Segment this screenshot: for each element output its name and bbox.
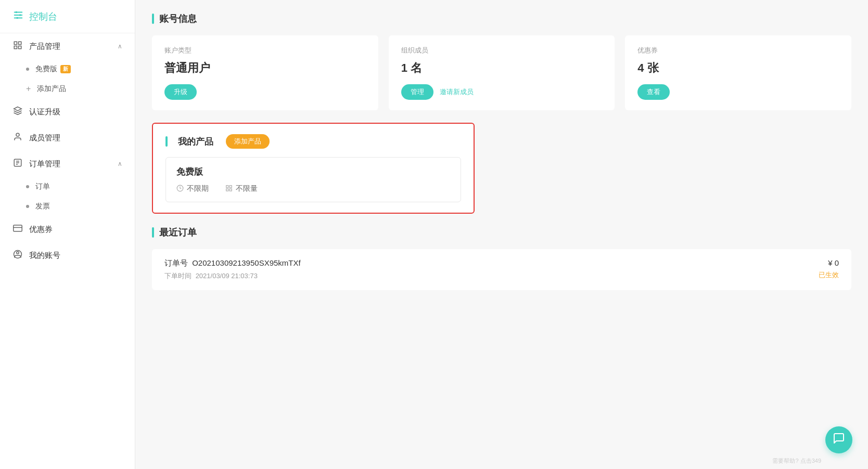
order-row: 订单号 O20210309213950SX95kmTXf 下单时间 2021/0… [152, 249, 851, 290]
my-products-title: 我的产品 [178, 136, 213, 148]
sidebar-item-product-mgmt[interactable]: 产品管理 ∧ [0, 33, 135, 59]
order-info: 订单号 O20210309213950SX95kmTXf 下单时间 2021/0… [164, 258, 301, 281]
sidebar-logo[interactable]: 控制台 [0, 0, 135, 33]
order-time-prefix: 下单时间 [164, 272, 192, 280]
section-title-bar-orders [152, 227, 154, 238]
upgrade-button[interactable]: 升级 [164, 84, 197, 100]
sidebar-item-my-account[interactable]: 我的账号 [0, 242, 135, 268]
order-mgmt-arrow: ∧ [118, 160, 122, 167]
order-mgmt-icon [12, 158, 23, 170]
product-meta: 不限期 不限量 [176, 184, 450, 193]
order-number: 订单号 O20210309213950SX95kmTXf [164, 258, 301, 268]
quantity-text: 不限量 [236, 184, 258, 193]
order-number-value: O20210309213950SX95kmTXf [192, 258, 300, 267]
coupons-card-label: 优惠券 [637, 46, 839, 55]
svg-rect-21 [229, 185, 232, 187]
member-mgmt-label: 成员管理 [29, 133, 122, 143]
svg-rect-8 [14, 46, 17, 49]
orders-label: 订单 [35, 182, 50, 191]
svg-point-5 [16, 17, 18, 19]
product-card-free: 免费版 不限期 [165, 157, 461, 202]
svg-rect-22 [226, 189, 228, 191]
order-status: 已生效 [819, 270, 839, 280]
sub-dot [26, 68, 29, 71]
sidebar-sub-item-add-product[interactable]: + 添加产品 [0, 79, 135, 99]
invite-members-link[interactable]: 邀请新成员 [440, 87, 474, 97]
info-cards-row: 账户类型 普通用户 升级 组织成员 1 名 管理 邀请新成员 优惠券 4 张 查… [152, 35, 851, 110]
invoices-label: 发票 [35, 202, 50, 211]
coupons-icon [12, 224, 23, 235]
quantity-icon [225, 185, 233, 193]
add-product-button[interactable]: 添加产品 [226, 134, 270, 149]
svg-rect-23 [229, 189, 232, 191]
svg-point-3 [16, 11, 18, 14]
my-products-header: 我的产品 添加产品 [165, 134, 461, 149]
svg-point-18 [17, 252, 19, 254]
order-time: 下单时间 2021/03/09 21:03:73 [164, 271, 301, 281]
svg-rect-9 [19, 46, 21, 49]
chat-button[interactable] [825, 426, 852, 453]
member-mgmt-icon [12, 132, 23, 144]
sub-dot [26, 185, 29, 188]
product-meta-quantity: 不限量 [225, 184, 258, 193]
product-meta-period: 不限期 [176, 184, 209, 193]
coupons-card-actions: 查看 [637, 84, 839, 100]
section-title-bar [152, 14, 154, 24]
sidebar-item-order-mgmt[interactable]: 订单管理 ∧ [0, 151, 135, 177]
manage-button[interactable]: 管理 [401, 84, 433, 100]
sidebar-item-cert-upgrade[interactable]: 认证升级 [0, 99, 135, 125]
sidebar-item-coupons[interactable]: 优惠券 [0, 216, 135, 242]
view-coupons-button[interactable]: 查看 [637, 84, 670, 100]
account-type-card: 账户类型 普通用户 升级 [152, 35, 378, 110]
order-mgmt-label: 订单管理 [29, 159, 118, 169]
free-version-label: 免费版 [35, 64, 57, 74]
coupons-card: 优惠券 4 张 查看 [625, 35, 851, 110]
recent-orders-section-title: 最近订单 [152, 226, 851, 239]
org-members-label: 组织成员 [401, 46, 603, 55]
svg-rect-15 [14, 225, 22, 231]
org-members-value: 1 名 [401, 60, 603, 76]
bottom-text: 需要帮助? 点击349 [772, 457, 821, 465]
product-mgmt-icon [12, 41, 23, 52]
svg-rect-6 [14, 42, 17, 44]
sidebar-sub-item-free-version[interactable]: 免费版 新 [0, 59, 135, 79]
product-mgmt-label: 产品管理 [29, 42, 118, 51]
order-number-prefix: 订单号 [164, 258, 188, 267]
cert-upgrade-label: 认证升级 [29, 107, 122, 117]
period-icon [176, 185, 184, 193]
coupons-label: 优惠券 [29, 225, 122, 234]
account-type-label: 账户类型 [164, 46, 366, 55]
my-account-label: 我的账号 [29, 251, 122, 260]
my-account-icon [12, 250, 23, 261]
svg-point-4 [19, 14, 21, 16]
svg-rect-20 [226, 185, 228, 187]
product-name: 免费版 [176, 166, 450, 178]
sub-dot [26, 205, 29, 208]
sidebar-item-member-mgmt[interactable]: 成员管理 [0, 125, 135, 151]
order-right: ¥ 0 已生效 [819, 258, 839, 280]
account-type-actions: 升级 [164, 84, 366, 100]
account-info-section-title: 账号信息 [152, 12, 851, 25]
logo-icon [12, 9, 24, 23]
free-version-badge: 新 [60, 65, 71, 73]
product-mgmt-arrow: ∧ [118, 43, 122, 50]
orders-section: 订单号 O20210309213950SX95kmTXf 下单时间 2021/0… [152, 249, 851, 290]
coupons-card-value: 4 张 [637, 60, 839, 76]
svg-point-10 [16, 133, 19, 136]
svg-rect-7 [19, 42, 21, 44]
sidebar-logo-text: 控制台 [29, 10, 57, 23]
account-type-value: 普通用户 [164, 60, 366, 76]
cert-upgrade-icon [12, 106, 23, 118]
add-product-label: 添加产品 [37, 84, 66, 94]
sidebar: 控制台 产品管理 ∧ 免费版 新 + 添加产品 认证升级 [0, 0, 135, 469]
order-amount: ¥ 0 [819, 258, 839, 267]
org-members-actions: 管理 邀请新成员 [401, 84, 603, 100]
period-text: 不限期 [187, 184, 209, 193]
sidebar-sub-item-orders[interactable]: 订单 [0, 177, 135, 197]
order-time-value: 2021/03/09 21:03:73 [196, 272, 258, 280]
main-content: 账号信息 账户类型 普通用户 升级 组织成员 1 名 管理 邀请新成员 优惠券 … [135, 0, 868, 469]
my-products-section: 我的产品 添加产品 免费版 不限期 [152, 123, 475, 214]
account-info-title-text: 账号信息 [159, 12, 197, 25]
sidebar-sub-item-invoices[interactable]: 发票 [0, 197, 135, 216]
my-products-title-bar [165, 136, 168, 147]
